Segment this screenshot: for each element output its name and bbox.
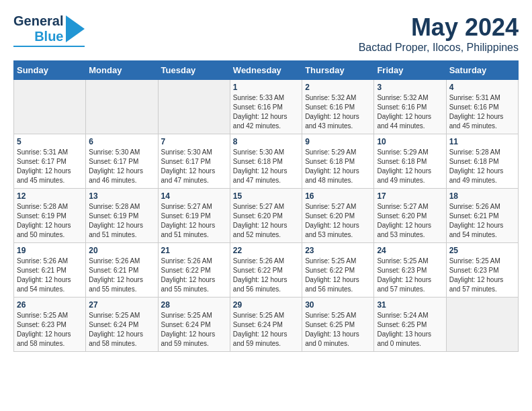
calendar-cell: 1Sunrise: 5:33 AMSunset: 6:16 PMDaylight… bbox=[230, 80, 302, 134]
day-number: 15 bbox=[233, 191, 299, 201]
day-info: Sunrise: 5:30 AMSunset: 6:17 PMDaylight:… bbox=[89, 148, 154, 185]
calendar-cell: 15Sunrise: 5:27 AMSunset: 6:20 PMDayligh… bbox=[230, 189, 302, 243]
calendar-cell: 25Sunrise: 5:25 AMSunset: 6:23 PMDayligh… bbox=[446, 243, 518, 298]
day-info: Sunrise: 5:26 AMSunset: 6:21 PMDaylight:… bbox=[89, 257, 154, 294]
day-info: Sunrise: 5:25 AMSunset: 6:24 PMDaylight:… bbox=[233, 311, 299, 349]
calendar-cell: 21Sunrise: 5:26 AMSunset: 6:22 PMDayligh… bbox=[158, 243, 230, 298]
day-number: 11 bbox=[449, 137, 515, 146]
day-info: Sunrise: 5:28 AMSunset: 6:19 PMDaylight:… bbox=[17, 202, 83, 240]
calendar-cell: 29Sunrise: 5:25 AMSunset: 6:24 PMDayligh… bbox=[230, 298, 302, 352]
day-info: Sunrise: 5:26 AMSunset: 6:22 PMDaylight:… bbox=[161, 257, 227, 294]
calendar-cell bbox=[446, 298, 518, 352]
day-info: Sunrise: 5:25 AMSunset: 6:23 PMDaylight:… bbox=[449, 257, 515, 294]
day-info: Sunrise: 5:27 AMSunset: 6:20 PMDaylight:… bbox=[305, 202, 371, 240]
day-info: Sunrise: 5:31 AMSunset: 6:16 PMDaylight:… bbox=[449, 93, 515, 131]
calendar-table: SundayMondayTuesdayWednesdayThursdayFrid… bbox=[13, 60, 519, 352]
calendar-cell: 4Sunrise: 5:31 AMSunset: 6:16 PMDaylight… bbox=[446, 80, 518, 134]
calendar-cell: 16Sunrise: 5:27 AMSunset: 6:20 PMDayligh… bbox=[302, 189, 374, 243]
day-number: 19 bbox=[17, 246, 83, 255]
day-info: Sunrise: 5:30 AMSunset: 6:17 PMDaylight:… bbox=[161, 148, 227, 185]
calendar-cell: 19Sunrise: 5:26 AMSunset: 6:21 PMDayligh… bbox=[14, 243, 86, 298]
day-number: 5 bbox=[17, 137, 83, 146]
weekday-header-saturday: Saturday bbox=[446, 61, 518, 80]
day-number: 12 bbox=[17, 191, 83, 201]
day-number: 25 bbox=[449, 246, 515, 255]
calendar-cell: 5Sunrise: 5:31 AMSunset: 6:17 PMDaylight… bbox=[14, 134, 86, 189]
calendar-cell: 31Sunrise: 5:24 AMSunset: 6:25 PMDayligh… bbox=[374, 298, 446, 352]
day-info: Sunrise: 5:27 AMSunset: 6:19 PMDaylight:… bbox=[161, 202, 227, 240]
calendar-cell: 20Sunrise: 5:26 AMSunset: 6:21 PMDayligh… bbox=[86, 243, 158, 298]
day-info: Sunrise: 5:25 AMSunset: 6:23 PMDaylight:… bbox=[377, 257, 443, 294]
logo-blue: Blue bbox=[34, 29, 63, 44]
calendar-cell: 14Sunrise: 5:27 AMSunset: 6:19 PMDayligh… bbox=[158, 189, 230, 243]
calendar-cell: 3Sunrise: 5:32 AMSunset: 6:16 PMDaylight… bbox=[374, 80, 446, 134]
logo: General Blue bbox=[13, 13, 85, 47]
logo-icon bbox=[66, 15, 85, 42]
logo-general: General bbox=[13, 13, 63, 29]
day-number: 18 bbox=[449, 191, 515, 201]
day-info: Sunrise: 5:25 AMSunset: 6:25 PMDaylight:… bbox=[305, 311, 371, 349]
calendar-cell: 17Sunrise: 5:27 AMSunset: 6:20 PMDayligh… bbox=[374, 189, 446, 243]
day-number: 4 bbox=[449, 83, 515, 92]
day-info: Sunrise: 5:29 AMSunset: 6:18 PMDaylight:… bbox=[305, 148, 371, 185]
day-number: 1 bbox=[233, 83, 299, 92]
calendar-cell bbox=[158, 80, 230, 134]
calendar-cell: 2Sunrise: 5:32 AMSunset: 6:16 PMDaylight… bbox=[302, 80, 374, 134]
day-info: Sunrise: 5:32 AMSunset: 6:16 PMDaylight:… bbox=[377, 93, 443, 131]
page-header: General Blue May 2024 Bactad Proper, Ilo… bbox=[13, 13, 519, 54]
weekday-header-sunday: Sunday bbox=[14, 61, 86, 80]
calendar-week-row: 19Sunrise: 5:26 AMSunset: 6:21 PMDayligh… bbox=[14, 243, 519, 298]
day-number: 3 bbox=[377, 83, 443, 92]
day-number: 7 bbox=[161, 137, 227, 146]
day-number: 22 bbox=[233, 246, 299, 255]
day-info: Sunrise: 5:25 AMSunset: 6:22 PMDaylight:… bbox=[305, 257, 371, 294]
day-info: Sunrise: 5:25 AMSunset: 6:24 PMDaylight:… bbox=[89, 311, 154, 349]
calendar-cell: 7Sunrise: 5:30 AMSunset: 6:17 PMDaylight… bbox=[158, 134, 230, 189]
day-info: Sunrise: 5:29 AMSunset: 6:18 PMDaylight:… bbox=[377, 148, 443, 185]
page-subtitle: Bactad Proper, Ilocos, Philippines bbox=[359, 42, 519, 54]
day-info: Sunrise: 5:28 AMSunset: 6:18 PMDaylight:… bbox=[449, 148, 515, 185]
calendar-cell: 13Sunrise: 5:28 AMSunset: 6:19 PMDayligh… bbox=[86, 189, 158, 243]
calendar-week-row: 1Sunrise: 5:33 AMSunset: 6:16 PMDaylight… bbox=[14, 80, 519, 134]
day-number: 2 bbox=[305, 83, 371, 92]
day-number: 20 bbox=[89, 246, 154, 255]
calendar-cell: 9Sunrise: 5:29 AMSunset: 6:18 PMDaylight… bbox=[302, 134, 374, 189]
day-info: Sunrise: 5:30 AMSunset: 6:18 PMDaylight:… bbox=[233, 148, 299, 185]
weekday-header-wednesday: Wednesday bbox=[230, 61, 302, 80]
calendar-week-row: 12Sunrise: 5:28 AMSunset: 6:19 PMDayligh… bbox=[14, 189, 519, 243]
day-number: 23 bbox=[305, 246, 371, 255]
day-info: Sunrise: 5:27 AMSunset: 6:20 PMDaylight:… bbox=[233, 202, 299, 240]
calendar-cell: 8Sunrise: 5:30 AMSunset: 6:18 PMDaylight… bbox=[230, 134, 302, 189]
calendar-cell: 24Sunrise: 5:25 AMSunset: 6:23 PMDayligh… bbox=[374, 243, 446, 298]
day-number: 9 bbox=[305, 137, 371, 146]
day-number: 27 bbox=[89, 300, 154, 310]
calendar-week-row: 5Sunrise: 5:31 AMSunset: 6:17 PMDaylight… bbox=[14, 134, 519, 189]
day-info: Sunrise: 5:31 AMSunset: 6:17 PMDaylight:… bbox=[17, 148, 83, 185]
weekday-header-thursday: Thursday bbox=[302, 61, 374, 80]
page-title: May 2024 bbox=[359, 13, 519, 42]
calendar-cell: 10Sunrise: 5:29 AMSunset: 6:18 PMDayligh… bbox=[374, 134, 446, 189]
day-number: 26 bbox=[17, 300, 83, 310]
calendar-cell: 12Sunrise: 5:28 AMSunset: 6:19 PMDayligh… bbox=[14, 189, 86, 243]
day-number: 29 bbox=[233, 300, 299, 310]
calendar-cell: 28Sunrise: 5:25 AMSunset: 6:24 PMDayligh… bbox=[158, 298, 230, 352]
calendar-header-row: SundayMondayTuesdayWednesdayThursdayFrid… bbox=[14, 61, 519, 80]
day-info: Sunrise: 5:27 AMSunset: 6:20 PMDaylight:… bbox=[377, 202, 443, 240]
day-number: 14 bbox=[161, 191, 227, 201]
day-info: Sunrise: 5:28 AMSunset: 6:19 PMDaylight:… bbox=[89, 202, 154, 240]
day-info: Sunrise: 5:26 AMSunset: 6:21 PMDaylight:… bbox=[17, 257, 83, 294]
day-info: Sunrise: 5:25 AMSunset: 6:24 PMDaylight:… bbox=[161, 311, 227, 349]
day-number: 16 bbox=[305, 191, 371, 201]
weekday-header-friday: Friday bbox=[374, 61, 446, 80]
weekday-header-tuesday: Tuesday bbox=[158, 61, 230, 80]
calendar-cell: 11Sunrise: 5:28 AMSunset: 6:18 PMDayligh… bbox=[446, 134, 518, 189]
calendar-cell: 22Sunrise: 5:26 AMSunset: 6:22 PMDayligh… bbox=[230, 243, 302, 298]
day-number: 30 bbox=[305, 300, 371, 310]
day-number: 21 bbox=[161, 246, 227, 255]
day-info: Sunrise: 5:24 AMSunset: 6:25 PMDaylight:… bbox=[377, 311, 443, 349]
day-info: Sunrise: 5:26 AMSunset: 6:21 PMDaylight:… bbox=[449, 202, 515, 240]
day-info: Sunrise: 5:32 AMSunset: 6:16 PMDaylight:… bbox=[305, 93, 371, 131]
calendar-cell: 23Sunrise: 5:25 AMSunset: 6:22 PMDayligh… bbox=[302, 243, 374, 298]
day-number: 10 bbox=[377, 137, 443, 146]
day-number: 17 bbox=[377, 191, 443, 201]
